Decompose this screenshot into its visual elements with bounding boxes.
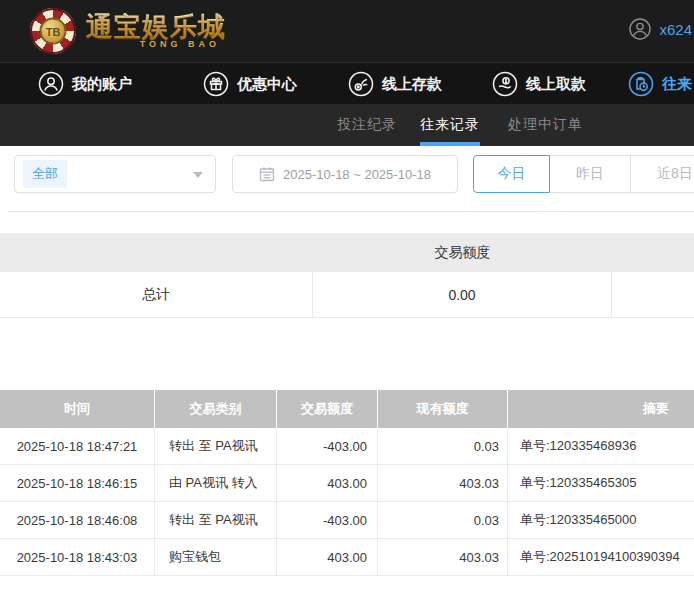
nav-item-transfer-records[interactable]: 往来 xyxy=(628,63,692,105)
tab-bet-records[interactable]: 投注纪录 xyxy=(337,104,397,146)
cell-type: 购宝钱包 xyxy=(155,539,277,575)
cell-time: 2025-10-18 18:46:15 xyxy=(0,465,155,501)
nav-label: 线上取款 xyxy=(526,75,586,94)
tab-transfer-records[interactable]: 往来记录 xyxy=(420,104,480,146)
summary-total-value: 0.00 xyxy=(313,272,612,317)
site-logo[interactable]: TB 通宝娱乐城 TONG BAO xyxy=(30,8,226,54)
site-title: 通宝娱乐城 xyxy=(86,13,226,41)
summary-header-label: 交易额度 xyxy=(313,233,612,272)
table-row: 2025-10-18 18:43:03 购宝钱包 403.00 403.03 单… xyxy=(0,539,694,576)
content-area: 全部 2025-10-18 ~ 2025-10-18 今日 昨日 近8日 xyxy=(0,146,694,603)
top-header: TB 通宝娱乐城 TONG BAO x624 xyxy=(0,0,694,62)
date-range-value: 2025-10-18 ~ 2025-10-18 xyxy=(283,167,431,182)
today-button[interactable]: 今日 xyxy=(473,155,550,193)
date-range-picker[interactable]: 2025-10-18 ~ 2025-10-18 xyxy=(232,155,458,193)
cell-summary: 单号:120335465305 xyxy=(508,465,694,501)
cell-type: 由 PA视讯 转入 xyxy=(155,465,277,501)
summary-spacer xyxy=(612,272,694,317)
col-header-summary: 摘要 xyxy=(508,390,694,428)
avatar-icon xyxy=(628,17,652,41)
user-icon xyxy=(38,71,64,97)
col-header-amount: 交易额度 xyxy=(277,390,378,428)
cell-balance: 403.03 xyxy=(378,539,508,575)
transactions-header-row: 时间 交易类别 交易额度 现有额度 摘要 xyxy=(0,390,694,428)
withdraw-icon xyxy=(492,71,518,97)
cell-type: 转出 至 PA视讯 xyxy=(155,502,277,538)
chip-tb-label: TB xyxy=(40,18,67,45)
transfer-record-icon xyxy=(628,71,654,97)
poker-chip-icon: TB xyxy=(30,8,76,54)
transactions-table: 时间 交易类别 交易额度 现有额度 摘要 2025-10-18 18:47:21… xyxy=(0,390,694,576)
type-filter-dropdown[interactable]: 全部 xyxy=(14,155,216,193)
user-account[interactable]: x624 xyxy=(628,17,692,41)
site-subtitle: TONG BAO xyxy=(86,39,226,49)
deposit-icon xyxy=(348,71,374,97)
cell-time: 2025-10-18 18:47:21 xyxy=(0,428,155,464)
calendar-icon xyxy=(259,166,275,182)
cell-summary: 单号:120335468936 xyxy=(508,428,694,464)
tab-pending-orders[interactable]: 处理中订单 xyxy=(508,104,583,146)
table-row: 2025-10-18 18:46:08 转出 至 PA视讯 -403.00 0.… xyxy=(0,502,694,539)
quick-date-buttons: 今日 昨日 近8日 xyxy=(473,155,694,193)
cell-type: 转出 至 PA视讯 xyxy=(155,428,277,464)
divider xyxy=(8,211,694,212)
last-8-days-button[interactable]: 近8日 xyxy=(630,155,694,193)
col-header-balance: 现有额度 xyxy=(378,390,508,428)
cell-amount: 403.00 xyxy=(277,539,378,575)
gift-icon xyxy=(203,71,229,97)
nav-item-deposit[interactable]: 线上存款 xyxy=(348,63,442,105)
col-header-type: 交易类别 xyxy=(155,390,277,428)
nav-item-withdraw[interactable]: 线上取款 xyxy=(492,63,586,105)
username[interactable]: x624 xyxy=(659,21,692,38)
type-filter-value: 全部 xyxy=(23,160,67,188)
cell-amount: -403.00 xyxy=(277,428,378,464)
cell-balance: 0.03 xyxy=(378,502,508,538)
summary-header-spacer xyxy=(612,233,694,272)
nav-item-promotions[interactable]: 优惠中心 xyxy=(203,63,297,105)
yesterday-button[interactable]: 昨日 xyxy=(549,155,631,193)
logo-text: 通宝娱乐城 TONG BAO xyxy=(86,13,226,49)
chevron-down-icon xyxy=(193,172,203,178)
cell-amount: 403.00 xyxy=(277,465,378,501)
page: TB 通宝娱乐城 TONG BAO x624 xyxy=(0,0,694,603)
cell-summary: 单号:120335465000 xyxy=(508,502,694,538)
cell-amount: -403.00 xyxy=(277,502,378,538)
summary-total-label: 总计 xyxy=(0,272,313,317)
table-row: 2025-10-18 18:47:21 转出 至 PA视讯 -403.00 0.… xyxy=(0,428,694,465)
cell-time: 2025-10-18 18:46:08 xyxy=(0,502,155,538)
nav-label: 我的账户 xyxy=(72,75,132,94)
cell-balance: 403.03 xyxy=(378,465,508,501)
nav-label: 优惠中心 xyxy=(237,75,297,94)
summary-table: 交易额度 总计 0.00 xyxy=(0,233,694,318)
table-row: 2025-10-18 18:46:15 由 PA视讯 转入 403.00 403… xyxy=(0,465,694,502)
nav-item-my-account[interactable]: 我的账户 xyxy=(38,63,132,105)
col-header-time: 时间 xyxy=(0,390,155,428)
summary-header-spacer xyxy=(0,233,313,272)
main-nav: 我的账户 优惠中心 线上存款 xyxy=(0,62,694,104)
cell-time: 2025-10-18 18:43:03 xyxy=(0,539,155,575)
cell-balance: 0.03 xyxy=(378,428,508,464)
record-tabs: 投注纪录 往来记录 处理中订单 xyxy=(0,104,694,146)
nav-label: 往来 xyxy=(662,75,692,94)
summary-total-row: 总计 0.00 xyxy=(0,272,694,318)
summary-header-row: 交易额度 xyxy=(0,233,694,272)
nav-label: 线上存款 xyxy=(382,75,442,94)
cell-summary: 单号:202510194100390394 xyxy=(508,539,694,575)
